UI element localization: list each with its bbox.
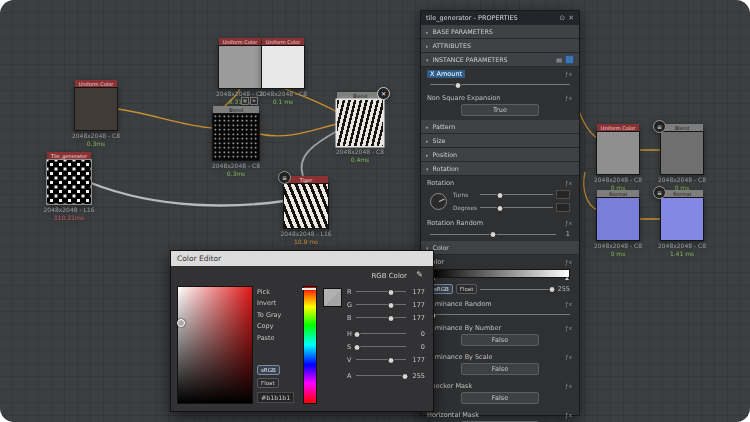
rotation-dial[interactable] xyxy=(430,193,447,210)
channel-slider[interactable] xyxy=(356,301,406,308)
gradient-handle-icon[interactable] xyxy=(565,277,569,280)
section-base-parameters[interactable]: ▸ BASE PARAMETERS xyxy=(421,25,579,39)
channel-slider[interactable] xyxy=(356,314,406,321)
param-non-square-expansion: Non Square Expansion ƒx xyxy=(421,91,579,103)
color-editor-titlebar[interactable]: Color Editor xyxy=(171,251,433,266)
saturation-value-picker[interactable] xyxy=(177,286,253,404)
x-amount-slider[interactable] xyxy=(430,81,570,88)
function-icon[interactable]: ƒx xyxy=(566,301,573,307)
hex-value-field[interactable]: #b1b1b1 xyxy=(257,392,294,403)
chevron-right-icon: ▸ xyxy=(426,43,429,49)
eyedropper-icon[interactable]: ✎ xyxy=(416,270,423,279)
srgb-toggle[interactable]: sRGB xyxy=(257,365,280,375)
node-uniform-color[interactable]: Uniform Color 2048x2048 - C8 0.3ms xyxy=(75,80,117,130)
color-gradient-bar[interactable] xyxy=(430,269,570,278)
slider-knob[interactable] xyxy=(549,286,556,293)
properties-titlebar[interactable]: tile_generator - PROPERTIES ⊙ ✕ xyxy=(421,11,579,25)
degrees-value-field[interactable] xyxy=(556,203,570,212)
pick-button[interactable]: Pick xyxy=(257,286,299,298)
function-icon[interactable]: ƒx xyxy=(566,354,573,360)
node-normal[interactable]: Normal 2048x2048 - C8 0 ms xyxy=(597,190,639,240)
function-icon[interactable]: ƒx xyxy=(566,220,573,226)
float-toggle[interactable]: Float xyxy=(456,284,478,294)
node-blend[interactable]: ✕ Blend 2048x2048 - C8 0.4ms xyxy=(337,92,383,146)
degrees-slider[interactable] xyxy=(480,204,553,211)
function-icon[interactable]: ƒx xyxy=(566,71,573,77)
function-icon[interactable]: ƒx xyxy=(566,383,573,389)
node-normal[interactable]: ≡ Normal 2048x2048 - C8 1.41 ms xyxy=(661,190,703,240)
paste-button[interactable]: Paste xyxy=(257,332,299,344)
node-size-label: 2048x2048 - C8 xyxy=(310,148,410,156)
wire[interactable] xyxy=(259,124,337,136)
channel-value: 177 xyxy=(409,356,425,364)
section-position[interactable]: ▸ Position xyxy=(421,148,579,162)
node-compute-time: 0.3ms xyxy=(46,140,146,148)
channel-value: 177 xyxy=(409,288,425,296)
node-tile-generator[interactable]: Tile_generator 2048x2048 - L16 110.21ms xyxy=(47,152,91,204)
rotation-random-slider-row: 1 xyxy=(421,228,579,241)
node-badge-icon[interactable]: ≡ xyxy=(278,171,291,184)
checker-mask-toggle[interactable]: False xyxy=(461,392,539,404)
section-attributes[interactable]: ▸ ATTRIBUTES xyxy=(421,39,579,53)
slider-knob[interactable] xyxy=(387,315,394,322)
section-size[interactable]: ▸ Size xyxy=(421,134,579,148)
turns-value-field[interactable] xyxy=(556,190,570,199)
close-icon[interactable]: ✕ xyxy=(568,14,574,22)
channel-slider[interactable] xyxy=(356,330,406,337)
function-icon[interactable]: ƒx xyxy=(566,325,573,331)
node-uniform-color[interactable]: Uniform Color 2048x2048 - C8 0.31ms xyxy=(219,38,261,88)
preset-icon[interactable] xyxy=(565,55,574,64)
turns-slider[interactable] xyxy=(480,191,553,198)
node-badge-icon[interactable]: ≡ xyxy=(653,186,666,199)
slider-knob[interactable] xyxy=(455,82,462,89)
node-tiger[interactable]: ≡ Tiger 2048x2048 - L16 10.9 ms xyxy=(284,176,328,228)
node-badge-icon[interactable]: ▦ xyxy=(241,97,249,105)
hue-slider[interactable] xyxy=(303,286,317,404)
section-pattern[interactable]: ▸ Pattern xyxy=(421,120,579,134)
node-blend[interactable]: ≡ Blend 2048x2048 - C8 0 ms xyxy=(661,124,703,174)
slider-knob[interactable] xyxy=(402,373,409,380)
function-icon[interactable]: ƒx xyxy=(566,412,573,418)
slider-knob[interactable] xyxy=(387,357,394,364)
section-instance-parameters[interactable]: ▾ INSTANCE PARAMETERS ▤ xyxy=(421,53,579,67)
copy-button[interactable]: Copy xyxy=(257,321,299,333)
section-color[interactable]: ▾ Color xyxy=(421,241,579,255)
wire[interactable] xyxy=(117,109,213,128)
param-label-x-amount[interactable]: X Amount xyxy=(427,70,465,78)
pin-icon[interactable]: ⊙ xyxy=(559,14,565,22)
rotation-random-slider[interactable] xyxy=(430,231,556,238)
function-icon[interactable]: ƒx xyxy=(566,259,573,265)
color-value-slider[interactable] xyxy=(480,286,554,293)
picker-cursor-icon[interactable] xyxy=(177,319,185,327)
node-badge-icon[interactable]: ≡ xyxy=(250,97,258,105)
list-icon[interactable]: ▤ xyxy=(556,56,562,63)
slider-knob[interactable] xyxy=(387,289,394,296)
channel-slider[interactable] xyxy=(356,356,406,363)
slider-knob[interactable] xyxy=(497,205,504,212)
slider-knob[interactable] xyxy=(354,344,361,351)
channel-slider[interactable] xyxy=(356,372,406,379)
slider-knob[interactable] xyxy=(354,331,361,338)
non-square-expansion-toggle[interactable]: True xyxy=(461,104,539,116)
hue-handle-icon[interactable] xyxy=(302,288,316,290)
slider-knob[interactable] xyxy=(490,231,497,238)
function-icon[interactable]: ƒx xyxy=(566,180,573,186)
function-icon[interactable]: ƒx xyxy=(566,95,573,101)
slider-knob[interactable] xyxy=(497,192,504,199)
node-uniform-color[interactable]: Uniform Color 2048x2048 - C8 0.1 ms xyxy=(262,38,304,88)
invert-button[interactable]: Invert xyxy=(257,298,299,310)
node-badge-icon[interactable]: ≡ xyxy=(653,120,666,133)
channel-slider[interactable] xyxy=(356,343,406,350)
luminance-by-number-toggle[interactable]: False xyxy=(461,334,539,346)
to-gray-button[interactable]: To Gray xyxy=(257,309,299,321)
node-blend[interactable]: ▦ ≡ Blend 2048x2048 - C8 0.3ms xyxy=(213,106,259,160)
float-toggle[interactable]: Float xyxy=(257,378,279,388)
wire[interactable] xyxy=(91,183,284,206)
section-rotation[interactable]: ▾ Rotation xyxy=(421,162,579,176)
node-uniform-color[interactable]: Uniform Color 2048x2048 - C8 0 ms xyxy=(597,124,639,174)
luminance-random-slider[interactable] xyxy=(430,311,570,318)
luminance-by-scale-toggle[interactable]: False xyxy=(461,363,539,375)
channel-slider[interactable] xyxy=(356,288,406,295)
slider-knob[interactable] xyxy=(387,302,394,309)
output-flag-icon[interactable]: ✕ xyxy=(377,87,390,100)
